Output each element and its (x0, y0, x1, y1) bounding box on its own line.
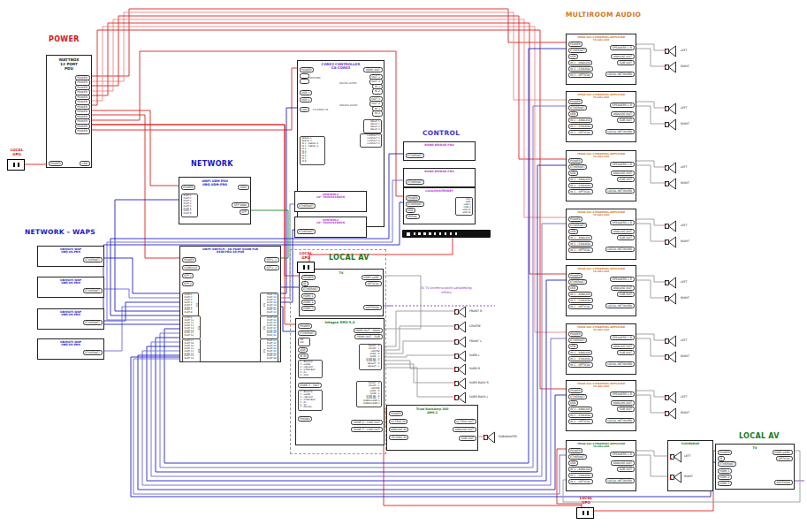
amp-6-port-usb: USB (568, 344, 579, 350)
coolmasternet-port-serial: SERIAL (406, 214, 420, 220)
spk-z1-right-speaker-icon (665, 60, 677, 72)
amp-7-port-in-1-analog: IN 1 - ANALOG (568, 407, 593, 413)
amp-2-port-ethernet: ETHERNET (568, 105, 588, 111)
wire-gray (383, 341, 454, 353)
amp-4-port-in-1-coaxial: IN 1 - COAXIAL (568, 241, 593, 247)
spk-z4-left-label: LEFT (681, 224, 688, 227)
poe-switch-box: UNIFI SWITCH - 48-PORT 600W PoEUSW-PRO-4… (179, 246, 281, 362)
integra-receiver-port-usb: USB (298, 347, 308, 353)
amp-5-port-in-1-analog: IN 1 - ANALOG (568, 292, 593, 298)
touchscreen-2-port-ethernet: ETHERNET (297, 229, 316, 235)
title-line: 10" TOUCHSCREEN (295, 196, 366, 200)
spk-sb-right-label: RIGHT (684, 475, 693, 478)
poe-switch-port-sfp-2: SFP 2 (182, 281, 194, 287)
tv-1-box: TVPOWERIRETHERNETHDMI 1HDMI 2HDMI 3HDMI … (299, 269, 384, 316)
amp-1-port-power: POWER (568, 42, 583, 48)
coolmasternet-pinblock-0: VDCGNDLINE 1LINE 2GND INGND IN (455, 197, 473, 216)
soundbar-title: SOUNDBAR (668, 443, 712, 446)
rackamp-box: Triad RackAmp 300AMS-2POWERLV TRIG INANA… (386, 405, 478, 451)
wire-gray (382, 276, 421, 329)
integra-receiver-pinblock-0: FMAM (298, 338, 310, 346)
tv-2-port-ethernet: ETHERNET (718, 461, 737, 467)
coolmasternet-port-ethernet: ETHERNET (406, 201, 425, 208)
bond-bridge-1-title: BOND BRIDGE PRO (404, 144, 475, 148)
tv-2-port-hdmi-3: HDMI 3 (718, 481, 733, 487)
wap-4-title: UBIQUITI WAPUBQ-U6-PRO (38, 341, 103, 347)
amp-6-port-sub-out: SUB OUT (617, 350, 634, 356)
amp-5-port-local-network: LOCAL NETWORK (605, 303, 635, 309)
bond-bridge-1-box: BOND BRIDGE PROETHERNET (403, 141, 476, 161)
core-controller-label-3: ANALOG AUDIO (339, 104, 357, 107)
amp-3-port-usb: USB (568, 171, 579, 177)
spk-z4-right-label: RIGHT (681, 239, 689, 243)
wire-gray (635, 165, 665, 183)
udm-pro-port-wan: WAN (238, 185, 249, 191)
amp-7-port-in-1-optical: IN 1 - OPTICAL (568, 419, 593, 425)
spk-z5-left-speaker-icon (665, 276, 677, 288)
spk-subwoofer-speaker-icon (483, 430, 496, 443)
amp-local-port-ethernet: ETHERNET (568, 454, 588, 460)
spk-surr-l-speaker-icon (454, 349, 467, 361)
tv-1-port-optical: OPTICAL (365, 281, 382, 287)
spk-z7-left-label: LEFT (681, 395, 688, 399)
antenna-annotation: To TV Antenna point satisfied byothers (389, 286, 504, 294)
pin-row: SUBWOOFER 2 (363, 403, 380, 406)
core-controller-label-2: DIGITAL AUDIO (339, 82, 356, 85)
poe-note: PoE (196, 325, 199, 330)
core-controller-port-in-2: IN 2 (372, 88, 382, 95)
wattbox-port-lan: LAN (80, 161, 89, 167)
tv-1-port-hdmi-3: HDMI 3 (301, 306, 316, 312)
core-controller-label-1: ETHERNET IN (313, 109, 328, 111)
wap-2-title: UBIQUITI WAPUBQ-U6-PRO (38, 279, 103, 285)
amp-7-port-ethernet: ETHERNET (568, 394, 588, 400)
poe-switch-pinblock-2: PORT 17PORT 18PORT 19PORT 20PORT 21PORT … (182, 338, 201, 362)
amp-1-port-sub-out: SUB OUT (617, 60, 634, 66)
amp-5-port-usb: USB (568, 285, 579, 292)
rackamp-port-sub-out: SUB OUT (459, 436, 476, 442)
poe-switch-pinblock-0: PORT 1PORT 2PORT 3PORT 4PORT 5PORT 6PORT… (182, 293, 199, 316)
tv-2-port-antenna: ANTENNA (774, 480, 792, 486)
poe-switch-port-power: POWER (182, 257, 197, 263)
integra-receiver-port-zone-2-out: ZONE 2 - OUT (298, 383, 322, 389)
amp-3-port-speakers-l-r: SPEAKERS L R (610, 162, 635, 168)
amp-5-port-analog-out: ANALOG OUT (611, 285, 634, 292)
amp-7-port-analog-out: ANALOG OUT (611, 400, 634, 407)
amp-local-port-sub-out: SUB OUT (617, 467, 634, 473)
core-controller-port-hdmi-out: HDMI OUT (363, 67, 382, 73)
amp-7-port-local-network: LOCAL NETWORK (605, 418, 635, 424)
wire-gray (635, 49, 665, 66)
integra-receiver-port-zone-3-line-out: ZONE 3 - LINE OUT (351, 427, 382, 433)
tv-1-port-antenna: ANTENNA (363, 305, 381, 311)
spk-z2-left-speaker-icon (665, 102, 677, 114)
poe-switch-port-sfp-1: SFP 1 (182, 273, 194, 279)
tv-1-port-hdmi-2: HDMI 2 (301, 300, 316, 306)
wire-gray (635, 395, 665, 413)
wire-gray (383, 355, 454, 357)
gpo-localav-power-outlet-icon (297, 262, 315, 273)
amp-4-port-ethernet: ETHERNET (568, 223, 588, 229)
wap-3-title: UBIQUITI WAPUBQ-U6-PRO (38, 311, 103, 317)
spk-z7-right-label: RIGHT (681, 411, 689, 414)
wire-gray (383, 364, 454, 383)
wire-gray (635, 338, 665, 356)
amp-6-port-in-1-optical: IN 1 - OPTICAL (568, 362, 593, 369)
rackamp-port-analog-out: ANALOG OUT (453, 427, 476, 433)
amp-4-port-usb: USB (568, 229, 579, 235)
amp-6-port-ethernet: ETHERNET (568, 338, 588, 344)
amp-2-port-in-1-optical: IN 1 - OPTICAL (568, 130, 593, 136)
spk-front-l-label: FRONT L (469, 339, 482, 343)
pin-row: PORT 8 (184, 213, 192, 216)
spk-centre-speaker-icon (454, 320, 467, 332)
title-line: SOUNDBAR (668, 443, 712, 446)
section-label-network: NETWORK (191, 160, 233, 168)
pin-row: AM (301, 342, 304, 345)
wire-gray (635, 106, 665, 124)
soundbar-box: SOUNDBAR (667, 440, 713, 491)
spk-z3-right-speaker-icon (665, 177, 677, 189)
integra-receiver-box: Integra DRX-5.4POWERETHERNETUSBIR INZONE… (295, 318, 384, 445)
amp-7-port-power: POWER (568, 388, 583, 394)
amp-2-port-analog-out: ANALOG OUT (611, 111, 634, 118)
coolmasternet-title: COOLMASTERNET (404, 190, 475, 194)
section-label-control: CONTROL (423, 129, 460, 137)
pin-row: PORT 40 (267, 335, 277, 338)
